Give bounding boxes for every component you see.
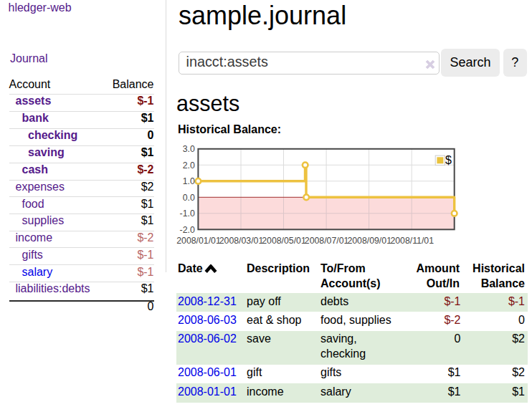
svg-text:2.0: 2.0 bbox=[183, 160, 195, 171]
svg-text:2008/09/01: 2008/09/01 bbox=[347, 236, 391, 246]
svg-text:2008/01/01: 2008/01/01 bbox=[176, 236, 221, 246]
svg-text:1.0: 1.0 bbox=[183, 176, 195, 186]
svg-text:2008/11/01: 2008/11/01 bbox=[390, 236, 434, 246]
svg-text:2008/05/01: 2008/05/01 bbox=[262, 236, 306, 246]
svg-text:-1.0: -1.0 bbox=[180, 208, 195, 219]
svg-text:$: $ bbox=[445, 154, 452, 166]
svg-text:2008/03/01: 2008/03/01 bbox=[219, 236, 264, 246]
svg-text:2008/07/01: 2008/07/01 bbox=[305, 236, 349, 246]
svg-text:-2.0: -2.0 bbox=[180, 225, 195, 235]
svg-text:0.0: 0.0 bbox=[183, 193, 195, 203]
svg-text:3.0: 3.0 bbox=[183, 144, 195, 154]
